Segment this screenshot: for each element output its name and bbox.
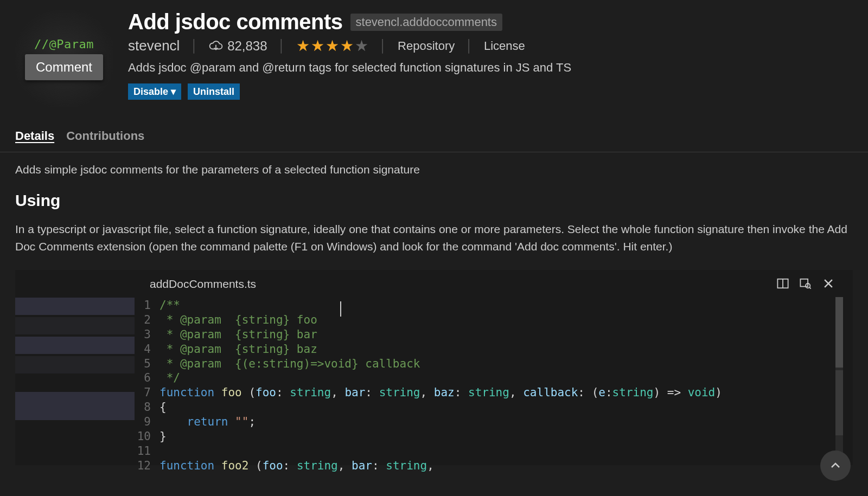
editor-scrollbar-thumb[interactable] [835, 297, 843, 368]
text-cursor-icon [340, 301, 341, 317]
chevron-up-icon [829, 459, 842, 472]
code-line: 9 return ""; [135, 415, 847, 429]
extension-info: Add jsdoc comments stevencl.adddoccommen… [113, 10, 853, 107]
using-heading: Using [15, 191, 853, 210]
extension-title: Add jsdoc comments [128, 10, 343, 34]
star-icon: ★ [340, 38, 354, 54]
minimap-panel [15, 270, 135, 465]
install-count: 82,838 [209, 38, 267, 54]
intro-text: Adds simple jsdoc comments for the param… [15, 163, 853, 176]
star-icon: ★ [296, 38, 310, 54]
details-body: Adds simple jsdoc comments for the param… [0, 152, 868, 476]
editor-scrollbar-thumb[interactable] [835, 370, 843, 435]
code-line: 12function foo2 (foo: string, bar: strin… [135, 459, 847, 473]
code-line: 4 * @param {string} baz [135, 342, 847, 357]
extension-icon: //@Param Comment [15, 10, 113, 107]
cloud-download-icon [209, 40, 223, 52]
extension-description: Adds jsdoc @param and @return tags for s… [128, 61, 853, 75]
close-icon[interactable] [822, 278, 834, 289]
code-line: 11 [135, 444, 847, 459]
star-rating[interactable]: ★ ★ ★ ★ ★ [296, 38, 368, 54]
icon-param-text: //@Param [34, 37, 94, 51]
extension-header: //@Param Comment Add jsdoc comments stev… [0, 0, 868, 113]
tab-bar: Details Contributions [0, 113, 868, 152]
code-line: 5 * @param {(e:string)=>void} callback [135, 357, 847, 371]
svg-line-4 [809, 287, 811, 289]
extension-identifier: stevencl.adddoccomments [350, 14, 502, 31]
find-icon[interactable] [800, 278, 812, 289]
tab-details[interactable]: Details [15, 129, 54, 147]
split-editor-icon[interactable] [777, 278, 789, 289]
code-editor-pane: addDocComments.ts 1/**2 * @param {string… [135, 270, 853, 465]
star-icon: ★ [326, 38, 339, 54]
repository-link[interactable]: Repository [398, 39, 455, 53]
disable-button[interactable]: Disable ▾ [128, 83, 181, 100]
code-screenshot: addDocComments.ts 1/**2 * @param {string… [15, 270, 853, 465]
license-link[interactable]: License [484, 39, 525, 53]
file-tab[interactable]: addDocComments.ts [135, 270, 853, 298]
code-line: 10} [135, 429, 847, 444]
svg-rect-2 [800, 279, 808, 287]
code-block: 1/**2 * @param {string} foo3 * @param {s… [135, 298, 853, 473]
star-icon: ★ [355, 38, 368, 54]
publisher-name[interactable]: stevencl [128, 37, 180, 54]
code-line: 7function foo (foo: string, bar: string,… [135, 385, 847, 400]
code-line: 8{ [135, 400, 847, 415]
star-icon: ★ [311, 38, 324, 54]
icon-comment-text: Comment [25, 54, 103, 80]
code-line: 3 * @param {string} bar [135, 327, 847, 342]
code-line: 1/** [135, 298, 847, 313]
code-line: 6 */ [135, 371, 847, 385]
tab-contributions[interactable]: Contributions [66, 129, 144, 147]
using-paragraph: In a typescript or javascript file, sele… [15, 221, 851, 255]
code-line: 2 * @param {string} foo [135, 313, 847, 327]
uninstall-button[interactable]: Uninstall [188, 83, 240, 100]
scroll-to-top-button[interactable] [820, 450, 851, 481]
